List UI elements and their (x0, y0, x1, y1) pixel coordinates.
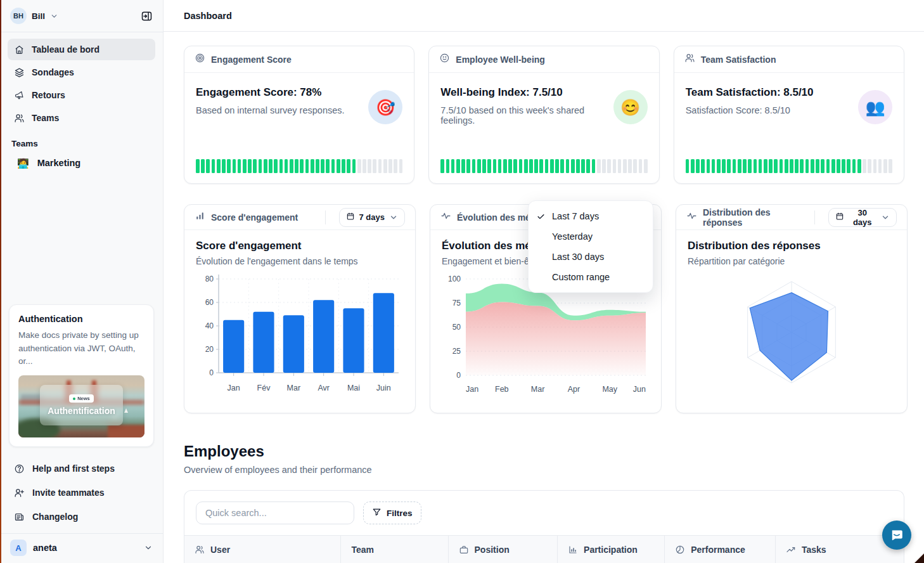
stat-title: Engagement Score: 78% (196, 86, 368, 99)
progress-segment (461, 159, 465, 173)
search-input[interactable] (196, 502, 354, 524)
progress-segment (712, 159, 715, 173)
sidebar-header: BH Bill (8, 0, 155, 32)
users-icon (684, 53, 695, 66)
chevron-down-icon (881, 213, 890, 222)
promo-image-caption: Authentification (48, 406, 115, 416)
progress-segment (717, 159, 721, 173)
filters-button[interactable]: Filtres (363, 502, 421, 524)
range-select-button[interactable]: 7 days (339, 208, 405, 227)
menu-item-last-30-days[interactable]: Last 30 days (529, 247, 653, 267)
megaphone-icon (14, 90, 25, 101)
progress-segment (477, 159, 481, 173)
svg-text:Fév: Fév (257, 384, 271, 392)
progress-segment (513, 159, 517, 173)
progress-segment (508, 159, 512, 173)
sidebar-item-help-and-first-steps[interactable]: Help and first steps (8, 457, 155, 480)
progress-segment (347, 159, 350, 173)
menu-item-custom-range[interactable]: Custom range (529, 267, 653, 287)
responses-radar-chart (688, 271, 895, 396)
progress-segment (613, 159, 617, 173)
progress-segment (206, 159, 210, 173)
progress-segment (795, 159, 799, 173)
progress-segment (857, 159, 861, 173)
progress-segment (482, 159, 486, 173)
svg-text:Apr: Apr (568, 385, 580, 394)
progress-segment (831, 159, 835, 173)
progress-segment (618, 159, 622, 173)
progress-bar (440, 159, 647, 173)
svg-text:Feb: Feb (495, 385, 509, 394)
progress-segment (529, 159, 533, 173)
chat-bubble-icon (889, 527, 904, 543)
users-icon (195, 545, 205, 555)
sidebar-item-changelog[interactable]: Changelog (8, 505, 155, 528)
news-badge: News (69, 394, 94, 403)
progress-segment (264, 159, 267, 173)
progress-segment (290, 159, 293, 173)
progress-segment (764, 159, 767, 173)
progress-segment (821, 159, 825, 173)
sidebar-item-sondages[interactable]: Sondages (8, 61, 155, 83)
home-icon (14, 44, 25, 55)
progress-segment (456, 159, 460, 173)
menu-item-last-7-days[interactable]: Last 7 days (529, 206, 653, 226)
progress-segment (748, 159, 752, 173)
progress-segment (816, 159, 819, 173)
progress-segment (701, 159, 705, 173)
progress-segment (472, 159, 476, 173)
employees-table-card: Filtres User Team Position Participation… (184, 490, 904, 563)
progress-segment (738, 159, 741, 173)
sidebar-item-invite-teammates[interactable]: Invite teammates (8, 481, 155, 504)
progress-segment (451, 159, 455, 173)
progress-segment (774, 159, 778, 173)
progress-segment (743, 159, 747, 173)
progress-segment (227, 159, 231, 173)
progress-segment (707, 159, 710, 173)
user-name[interactable]: Bill (32, 11, 45, 21)
workspace-switcher[interactable]: A aneta (0, 533, 163, 563)
users-icon (14, 113, 25, 124)
progress-segment (519, 159, 523, 173)
user-plus-icon (14, 488, 25, 498)
progress-segment (311, 159, 314, 173)
chat-launcher-button[interactable] (882, 521, 911, 550)
progress-segment (253, 159, 257, 173)
sidebar-item-retours[interactable]: Retours (8, 84, 155, 106)
progress-segment (243, 159, 247, 173)
busts-emoji-badge: 👥 (858, 90, 892, 124)
progress-segment (316, 159, 319, 173)
progress-segment (446, 159, 450, 173)
stat-title: Team Satisfaction: 8.5/10 (686, 86, 858, 99)
activity-icon (686, 210, 697, 224)
svg-text:60: 60 (205, 298, 214, 307)
progress-segment (493, 159, 497, 173)
sidebar-item-marketing[interactable]: 🧑‍💻 Marketing (8, 152, 155, 174)
screen-corner-artifact (914, 553, 924, 563)
collapse-sidebar-icon[interactable] (141, 10, 153, 22)
progress-segment (368, 159, 371, 173)
card-body: Team Satisfaction: 8.5/10 Satisfaction S… (674, 73, 904, 159)
progress-segment (602, 159, 606, 173)
sidebar-item-teams[interactable]: Teams (8, 107, 155, 129)
progress-segment (873, 159, 877, 173)
sidebar-item-tableau-de-bord[interactable]: Tableau de bord (8, 39, 155, 60)
chevron-down-icon (389, 213, 398, 222)
authentication-promo-card[interactable]: Authentication Make docs private by sett… (9, 304, 154, 447)
progress-segment (555, 159, 559, 173)
progress-segment (805, 159, 809, 173)
svg-text:Mar: Mar (287, 384, 301, 392)
progress-segment (889, 159, 892, 173)
svg-text:Avr: Avr (318, 384, 330, 392)
range-select-button[interactable]: 30 days (828, 208, 897, 227)
user-avatar[interactable]: BH (10, 8, 27, 24)
table-header-row: User Team Position Participation Perform… (184, 535, 904, 563)
progress-segment (373, 159, 376, 173)
progress-segment (837, 159, 840, 173)
team-satisfaction-card: Team Satisfaction Team Satisfaction: 8.5… (674, 46, 904, 184)
progress-bar (196, 159, 402, 173)
sailboat-art (124, 408, 128, 413)
progress-segment (733, 159, 736, 173)
menu-item-yesterday[interactable]: Yesterday (529, 226, 653, 247)
svg-text:20: 20 (205, 345, 214, 354)
